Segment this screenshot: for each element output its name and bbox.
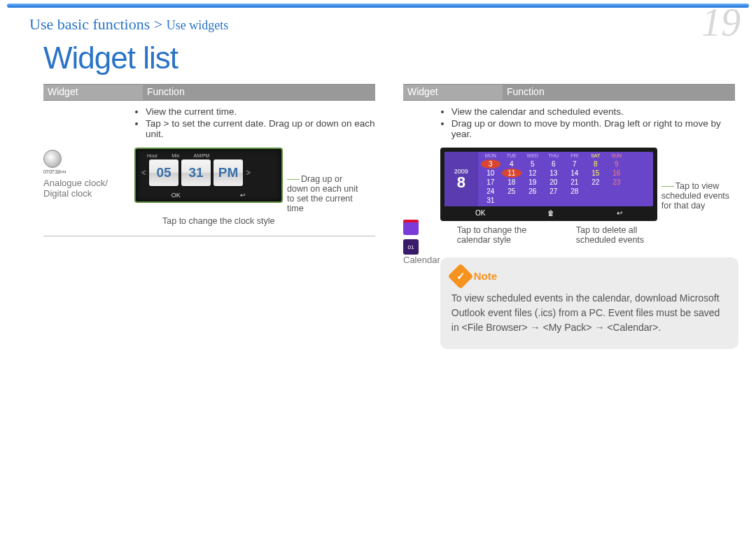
calendar-bigday: 8 <box>457 175 465 190</box>
clock-bullet-2: Tap > to set the current date. Drag up o… <box>146 118 375 139</box>
chevron-left-icon[interactable]: < <box>141 168 146 178</box>
calendar-icon-2: 01 <box>403 239 419 255</box>
widget-cell-calendar: 01 Calendar <box>403 101 440 349</box>
table-header-2: Widget Function <box>403 84 735 101</box>
calendar-annot-below2: Tap to delete all scheduled events <box>576 225 674 245</box>
clock-label-hour: Hour <box>147 153 158 158</box>
clock-hour[interactable]: 05 <box>149 159 178 186</box>
th-function: Function <box>143 85 375 100</box>
widget-name-calendar: Calendar <box>403 255 440 265</box>
clock-ok-button[interactable]: OK <box>172 192 181 199</box>
page-title: Widget list <box>43 41 178 76</box>
clock-screenshot: Hour Min AM/PM < 05 31 PM > OK <box>134 148 283 203</box>
breadcrumb-main: Use basic functions <box>29 15 150 33</box>
calendar-dow-row: MON TUE WED THU FRI SAT SUN <box>481 153 650 158</box>
page-number: 19 <box>701 0 741 45</box>
clock-min[interactable]: 31 <box>181 159 211 186</box>
calendar-annot-right: Tap to view scheduled events for that da… <box>662 181 738 211</box>
clock-annot-right: Drag up or down on each unit to set the … <box>287 174 364 213</box>
widget-cell-clock: 07:07:32ᴘᴍ Analogue clock/ Digital clock <box>43 101 134 226</box>
th-widget-2: Widget <box>403 85 503 100</box>
th-function-2: Function <box>503 85 735 100</box>
note-box: ✓ Note To view scheduled events in the c… <box>440 257 738 349</box>
breadcrumb-sub: Use widgets <box>167 18 229 32</box>
right-column: Widget Function 01 Calendar View the cal… <box>403 84 735 359</box>
clock-annot-below: Tap to change the clock style <box>162 216 375 226</box>
calendar-ok-button[interactable]: OK <box>475 209 485 217</box>
calendar-annot-below1: Tap to change the calendar style <box>457 225 555 245</box>
calendar-bullet-1: View the calendar and scheduled events. <box>451 106 738 117</box>
clock-label-ampm: AM/PM <box>193 153 209 158</box>
function-cell-calendar: View the calendar and scheduled events. … <box>440 101 738 349</box>
analogue-clock-icon <box>43 150 62 168</box>
clock-back-button[interactable]: ↩ <box>240 192 246 199</box>
th-widget: Widget <box>43 85 143 100</box>
note-icon: ✓ <box>447 264 473 290</box>
header-bar <box>7 3 749 8</box>
note-body: To view scheduled events in the calendar… <box>451 291 727 335</box>
clock-bullet-1: View the current time. <box>146 106 375 117</box>
table-header: Widget Function <box>43 84 375 101</box>
calendar-back-button[interactable]: ↩ <box>617 209 622 217</box>
chevron-right-icon[interactable]: > <box>246 168 251 178</box>
widget-name-clock: Analogue clock/ Digital clock <box>43 178 108 199</box>
note-label: Note <box>474 269 497 285</box>
clock-ampm[interactable]: PM <box>214 159 243 186</box>
digital-clock-icon: 07:07:32ᴘᴍ <box>43 169 134 175</box>
breadcrumb: Use basic functions > Use widgets <box>29 15 228 34</box>
calendar-bullet-2: Drag up or down to move by month. Drag l… <box>451 118 738 139</box>
calendar-delete-button[interactable]: 🗑 <box>547 209 554 217</box>
calendar-icon-1 <box>403 220 419 235</box>
clock-label-min: Min <box>172 153 179 158</box>
calendar-screenshot: 2009 8 MON TUE WED THU FRI SA <box>440 148 657 221</box>
function-cell-clock: View the current time. Tap > to set the … <box>134 101 375 226</box>
left-column: Widget Function 07:07:32ᴘᴍ Analogue cloc… <box>43 84 375 359</box>
